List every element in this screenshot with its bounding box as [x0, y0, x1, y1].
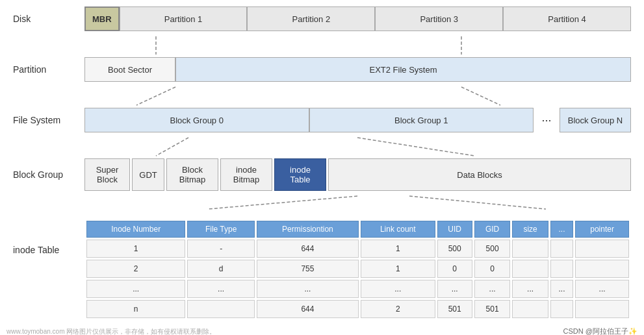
partition-label: Partition [13, 64, 84, 75]
bg-inode-bitmap: inode Bitmap [220, 158, 272, 191]
inode-header-uid: UID [437, 221, 472, 238]
inode-cell: ... [437, 280, 472, 298]
inode-cell: n [86, 300, 185, 318]
inode-header-dots: ... [550, 221, 573, 238]
bg-superblock: Super Block [84, 158, 130, 191]
inode-cell: ... [257, 280, 359, 298]
filesystem-label: File System [13, 115, 84, 125]
inode-header-filetype: File Type [187, 221, 255, 238]
partition-ext2: EXT2 File System [175, 57, 631, 82]
inode-cell [550, 260, 573, 278]
fs-blockgroup1: Block Group 1 [309, 108, 534, 132]
inode-section: inode Table Inode Number File Type Permi… [13, 219, 631, 320]
inode-row-2: 2 d 755 1 0 0 [86, 260, 629, 278]
inode-cell: ... [575, 280, 629, 298]
inode-cell: - [187, 240, 255, 258]
bg-inode-table: inode Table [274, 158, 326, 191]
connector-blockgroup-inodetable [13, 196, 631, 209]
inode-cell [512, 260, 548, 278]
inode-cell [575, 300, 629, 318]
svg-line-5 [357, 138, 474, 156]
disk-row-content: MBR Partition 1 Partition 2 Partition 3 … [84, 6, 631, 31]
inode-cell: 501 [437, 300, 472, 318]
inode-cell: 0 [474, 260, 511, 278]
connector-disk-partition [13, 36, 631, 55]
disk-partition1: Partition 1 [120, 6, 248, 31]
watermark-left: www.toymoban.com 网络图片仅供展示，非存储，如有侵权请联系删除。 [6, 327, 216, 335]
inode-cell: 644 [257, 240, 359, 258]
inode-table-label: inode Table [13, 219, 84, 255]
inode-cell: 1 [361, 260, 435, 278]
inode-cell: ... [512, 280, 548, 298]
inode-header-pointer: pointer [575, 221, 629, 238]
bg-gdt: GDT [132, 158, 164, 191]
inode-cell: ... [361, 280, 435, 298]
inode-cell [575, 240, 629, 258]
blockgroup-row: Block Group Super Block GDT Block Bitmap… [13, 158, 631, 191]
bg-data-blocks: Data Blocks [328, 158, 631, 191]
inode-cell: ... [187, 280, 255, 298]
blockgroup-label: Block Group [13, 158, 84, 191]
inode-row-1: 1 - 644 1 500 500 [86, 240, 629, 258]
inode-header-gid: GID [474, 221, 511, 238]
inode-header-linkcount: Link count [361, 221, 435, 238]
inode-cell [575, 260, 629, 278]
inode-cell: 500 [437, 240, 472, 258]
inode-header-number: Inode Number [86, 221, 185, 238]
inode-cell: 0 [437, 260, 472, 278]
inode-cell [512, 300, 548, 318]
svg-line-7 [409, 196, 546, 209]
fs-blockgroup0: Block Group 0 [84, 108, 309, 132]
inode-cell: ... [86, 280, 185, 298]
inode-cell: 500 [474, 240, 511, 258]
disk-row: Disk MBR Partition 1 Partition 2 Partiti… [13, 6, 631, 31]
fs-blockgroupN: Block Group N [560, 108, 631, 132]
inode-cell: d [187, 260, 255, 278]
connector-partition-filesystem [13, 87, 631, 105]
inode-cell [512, 240, 548, 258]
filesystem-row-content: Block Group 0 Block Group 1 ··· Block Gr… [84, 108, 631, 132]
filesystem-row: File System Block Group 0 Block Group 1 … [13, 108, 631, 132]
bg-block-bitmap: Block Bitmap [166, 158, 218, 191]
inode-cell [550, 240, 573, 258]
disk-partition2: Partition 2 [247, 6, 375, 31]
connector-filesystem-blockgroup [13, 138, 631, 156]
inode-cell: 2 [86, 260, 185, 278]
disk-label: Disk [13, 14, 84, 24]
disk-partition3: Partition 3 [375, 6, 503, 31]
partition-row-content: Boot Sector EXT2 File System [84, 57, 631, 82]
blockgroup-row-content: Super Block GDT Block Bitmap inode Bitma… [84, 158, 631, 191]
disk-partition4: Partition 4 [503, 6, 631, 31]
svg-line-6 [208, 196, 357, 209]
inode-cell: 644 [257, 300, 359, 318]
inode-table: Inode Number File Type Permissiontion Li… [84, 219, 631, 320]
inode-row-dots: ... ... ... ... ... ... ... ... ... [86, 280, 629, 298]
inode-cell: ... [474, 280, 511, 298]
inode-cell: 2 [361, 300, 435, 318]
partition-boot-sector: Boot Sector [84, 57, 175, 82]
disk-mbr: MBR [84, 6, 120, 31]
inode-cell: 1 [86, 240, 185, 258]
inode-header-size: size [512, 221, 548, 238]
inode-header-permission: Permissiontion [257, 221, 359, 238]
svg-line-3 [461, 87, 500, 105]
inode-cell: ... [550, 280, 573, 298]
inode-row-n: n 644 2 501 501 [86, 300, 629, 318]
inode-cell: 1 [361, 240, 435, 258]
inode-cell: 501 [474, 300, 511, 318]
inode-cell: 755 [257, 260, 359, 278]
inode-table-wrap: Inode Number File Type Permissiontion Li… [84, 219, 631, 320]
fs-dots: ··· [534, 108, 560, 132]
partition-row: Partition Boot Sector EXT2 File System [13, 57, 631, 82]
watermark-right: CSDN @阿拉伯王子✨ [563, 327, 638, 335]
diagram-container: Disk MBR Partition 1 Partition 2 Partiti… [0, 0, 644, 335]
svg-line-4 [156, 138, 188, 156]
svg-line-2 [136, 87, 175, 105]
inode-cell [187, 300, 255, 318]
inode-cell [550, 300, 573, 318]
inode-table-header-row: Inode Number File Type Permissiontion Li… [86, 221, 629, 238]
